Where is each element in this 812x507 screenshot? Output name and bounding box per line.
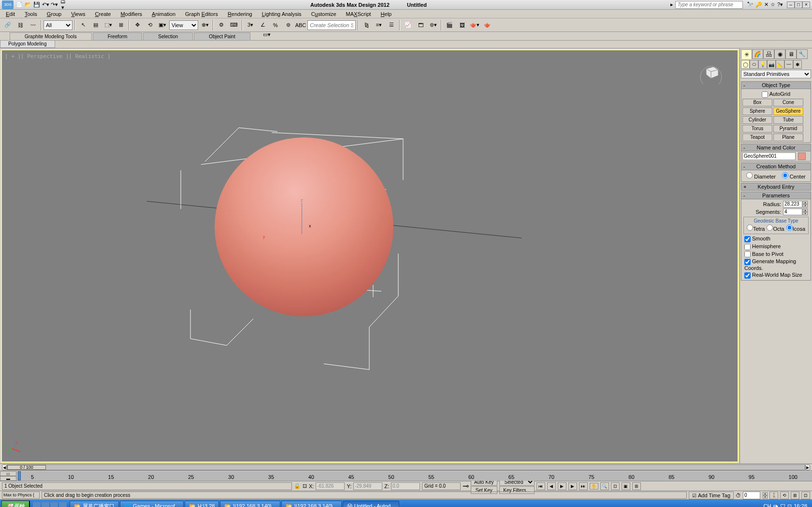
geometry-icon[interactable]: ◯	[741, 60, 750, 69]
icosa-radio[interactable]: Icosa	[786, 224, 805, 232]
viewport-label[interactable]: [ + ][ Perspective ][ Realistic ]	[5, 53, 111, 60]
tab-graphite[interactable]: Graphite Modeling Tools	[10, 32, 92, 40]
align-icon[interactable]: ≡▾	[373, 19, 385, 31]
menu-rendering[interactable]: Rendering	[226, 11, 254, 17]
ribbon-minimize-icon[interactable]: ▭▾	[261, 29, 273, 40]
cameras-icon[interactable]: 📷	[767, 60, 776, 69]
center-radio[interactable]: Center	[782, 172, 806, 179]
nav-zoom-extents-icon[interactable]: ⊞	[632, 482, 641, 490]
radius-input[interactable]	[783, 201, 802, 208]
motion-tab-icon[interactable]: ◉	[774, 49, 785, 59]
redo-icon[interactable]: ↷▾	[50, 1, 58, 9]
menu-customize[interactable]: Customize	[309, 11, 338, 17]
taskbar-task-0[interactable]: 📂屏幕广播窗口	[70, 501, 119, 507]
teapot-button[interactable]: Teapot	[742, 134, 772, 141]
nav-orbit-icon[interactable]: ⟲	[780, 492, 789, 499]
tab-object-paint[interactable]: Object Paint	[194, 32, 250, 40]
undo-icon[interactable]: ↶▾	[42, 1, 49, 9]
taskbar-task-4[interactable]: 📂\\192.168.3.140\...	[281, 501, 342, 507]
track-key-icon[interactable]: ▬	[0, 476, 16, 481]
ql-ie-icon[interactable]	[33, 502, 41, 507]
app-icon[interactable]: 3DS	[2, 0, 14, 9]
box-button[interactable]: Box	[742, 99, 772, 106]
mapping-checkbox[interactable]	[744, 259, 751, 265]
frame-spin-up[interactable]: ▲	[763, 492, 768, 495]
tab-freeform[interactable]: Freeform	[93, 32, 143, 40]
render-setup-icon[interactable]: 🎬	[444, 19, 455, 31]
object-name-input[interactable]	[742, 152, 796, 160]
time-prev-icon[interactable]: ◀	[2, 464, 7, 470]
exchange-icon[interactable]: ✕	[764, 1, 768, 8]
y-coord-input[interactable]	[353, 482, 382, 490]
maxscript-mini-listener[interactable]: Max to Physcs (	[2, 492, 40, 499]
minimize-button[interactable]: –	[787, 1, 795, 8]
clock[interactable]: 16:28	[794, 503, 807, 507]
menu-animation[interactable]: Animation	[150, 11, 177, 17]
nav-field-icon[interactable]: ▣	[622, 482, 630, 490]
viewcube[interactable]	[699, 60, 723, 84]
menu-tools[interactable]: Tools	[23, 11, 39, 17]
viewport[interactable]: [ + ][ Perspective ][ Realistic ]	[1, 49, 739, 462]
hierarchy-tab-icon[interactable]: 品	[763, 49, 774, 59]
helpers-icon[interactable]: 📐	[776, 60, 784, 69]
taskbar-task-1[interactable]: 🌐Games - Microsof...	[120, 501, 184, 507]
scale-icon[interactable]: ▣▾	[157, 19, 168, 31]
menu-maxscript[interactable]: MAXScript	[344, 11, 373, 17]
manipulate-icon[interactable]: ⚙	[216, 19, 227, 31]
select-by-name-icon[interactable]: ▤	[90, 19, 102, 31]
menu-graph-editors[interactable]: Graph Editors	[183, 11, 220, 17]
star-icon[interactable]: ☆	[770, 1, 775, 8]
next-frame-icon[interactable]: ▶	[568, 482, 577, 490]
create-tab-icon[interactable]: ✳	[741, 49, 752, 59]
rollout-name-color[interactable]: -Name and Color	[741, 144, 811, 151]
object-color-swatch[interactable]	[798, 152, 806, 160]
rollout-parameters[interactable]: -Parameters	[741, 192, 811, 199]
time-slider[interactable]: 0 / 100	[7, 464, 805, 470]
tab-selection[interactable]: Selection	[143, 32, 193, 40]
ref-coord-dropdown[interactable]: View	[169, 20, 198, 30]
goto-start-icon[interactable]: ⏮	[536, 482, 545, 490]
menu-lighting[interactable]: Lighting Analysis	[260, 11, 304, 17]
tetra-radio[interactable]: Tetra	[747, 224, 765, 232]
time-next-icon[interactable]: ▶	[805, 464, 810, 470]
nav-minmax-icon[interactable]: ⊡	[801, 492, 810, 499]
infocenter-arrow-icon[interactable]: ▸	[670, 1, 673, 8]
taskbar-task-5[interactable]: ⓂUntitled - Autod...	[343, 501, 399, 507]
utilities-tab-icon[interactable]: 🔧	[797, 49, 808, 59]
keyboard-shortcut-icon[interactable]: ⌨	[228, 19, 240, 31]
time-slider-thumb[interactable]: 0 / 100	[7, 465, 46, 470]
torus-button[interactable]: Torus	[742, 125, 772, 133]
edit-selection-set-icon[interactable]: ABC	[295, 19, 306, 31]
subtab-polygon-modeling[interactable]: Polygon Modeling	[0, 41, 55, 48]
pivot-center-icon[interactable]: ⊕▾	[199, 19, 211, 31]
plane-button[interactable]: Plane	[773, 134, 803, 141]
ql-app-icon[interactable]	[59, 502, 67, 507]
open-icon[interactable]: 📂	[24, 1, 32, 9]
sphere-button[interactable]: Sphere	[742, 107, 772, 115]
segments-input[interactable]	[783, 209, 802, 215]
bind-icon[interactable]: 〰	[27, 19, 39, 31]
rendered-frame-icon[interactable]: 🖼	[456, 19, 468, 31]
search-input[interactable]	[675, 1, 743, 9]
menu-modifiers[interactable]: Modifiers	[118, 11, 144, 17]
window-crossing-icon[interactable]: ⊞	[115, 19, 127, 31]
isolate-icon[interactable]: ⊡	[303, 483, 307, 489]
display-tab-icon[interactable]: 🖥	[785, 49, 797, 59]
frame-input[interactable]	[743, 492, 760, 499]
render-icon[interactable]: 🫖	[481, 19, 493, 31]
track-open-icon[interactable]: ▭	[0, 471, 16, 476]
layers-icon[interactable]: ☰	[386, 19, 397, 31]
radius-spin-down[interactable]: ▼	[803, 204, 808, 208]
lights-icon[interactable]: 💡	[758, 60, 767, 69]
rotate-icon[interactable]: ⟲	[144, 19, 156, 31]
nav-zoom-all-icon[interactable]: ⊡	[611, 482, 620, 490]
selection-filter-dropdown[interactable]: All	[44, 20, 72, 30]
menu-edit[interactable]: Edit	[4, 11, 17, 17]
curve-editor-icon[interactable]: 📈	[402, 19, 414, 31]
menu-views[interactable]: Views	[69, 11, 87, 17]
menu-help[interactable]: Help	[379, 11, 394, 17]
schematic-view-icon[interactable]: 🗔	[415, 19, 426, 31]
nav-maximize-icon[interactable]: ⊞	[791, 492, 799, 499]
octa-radio[interactable]: Octa	[767, 224, 784, 232]
geosphere-button[interactable]: GeoSphere	[773, 107, 803, 115]
